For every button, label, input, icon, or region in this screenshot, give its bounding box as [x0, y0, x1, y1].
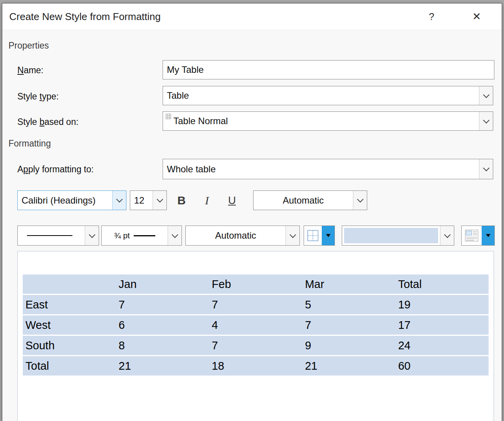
dialog-titlebar: Create New Style from Formatting ? ✕ [2, 3, 502, 30]
border-color-dropdown-button[interactable] [286, 226, 299, 245]
style-based-on-label: Style based on: [17, 117, 79, 127]
preview-cell: 9 [302, 336, 395, 355]
name-label: Name: [17, 65, 44, 76]
preview-row-label: West [23, 315, 116, 335]
chevron-down-icon [444, 231, 450, 238]
preview-row-label: South [23, 336, 116, 355]
chevron-down-icon [116, 196, 123, 203]
preview-cell: 21 [116, 356, 209, 376]
preview-cell: 60 [395, 356, 489, 376]
font-color-dropdown-button[interactable] [353, 191, 367, 210]
apply-formatting-dropdown-button[interactable] [479, 159, 493, 179]
preview-cell: 17 [395, 315, 489, 335]
italic-button[interactable]: I [196, 190, 218, 210]
preview-cell: 18 [209, 356, 302, 376]
preview-header-cell: Mar [302, 274, 395, 294]
line-weight-dropdown-button[interactable] [168, 226, 181, 245]
chevron-down-icon [89, 231, 95, 238]
style-based-on-value: Table Normal [173, 116, 228, 126]
italic-icon: I [205, 194, 209, 207]
line-style-sample [27, 235, 72, 236]
properties-section-label: Properties [8, 40, 49, 51]
borders-dropdown-button[interactable] [322, 226, 334, 245]
preview-header-cell: Feb [209, 274, 302, 294]
preview-cell: 8 [116, 336, 209, 355]
font-color-combo[interactable]: Automatic [253, 190, 367, 210]
chevron-down-icon [483, 91, 489, 98]
shading-swatch [344, 228, 438, 243]
create-style-dialog: Create New Style from Formatting ? ✕ Pro… [2, 3, 502, 421]
line-weight-sample [134, 235, 155, 236]
borders-button[interactable] [304, 226, 335, 246]
font-name-combo[interactable]: Calibri (Headings) [17, 190, 126, 210]
preview-cell: 7 [209, 295, 302, 314]
preview-header-cell: Total [395, 274, 489, 294]
line-weight-value: ¾ pt [114, 231, 130, 240]
preview-cell: 7 [116, 295, 209, 314]
style-type-value: Table [163, 86, 479, 105]
shading-combo[interactable] [342, 226, 454, 246]
help-icon: ? [429, 11, 434, 22]
border-color-combo[interactable]: Automatic [185, 226, 300, 246]
apply-formatting-to-label: Apply formatting to: [17, 164, 94, 175]
triangle-down-icon [326, 234, 331, 237]
chevron-down-icon [156, 196, 163, 203]
style-based-on-dropdown-button[interactable] [479, 112, 493, 130]
table-alignment-icon [465, 230, 478, 241]
border-line-style-combo[interactable] [17, 226, 99, 246]
line-style-dropdown-button[interactable] [85, 226, 99, 245]
shading-dropdown-button[interactable] [440, 226, 454, 245]
close-button[interactable]: ✕ [461, 3, 492, 30]
preview-row-label: East [23, 295, 116, 314]
style-name-input[interactable] [163, 60, 494, 79]
preview-cell: 7 [302, 315, 395, 335]
preview-panel: Jan Feb Mar Total East 7 7 5 19 West 6 4… [17, 251, 494, 421]
font-name-dropdown-button[interactable] [112, 191, 126, 210]
screen: { "dialog": { "title": "Create New Style… [0, 0, 504, 421]
apply-formatting-to-value: Whole table [163, 159, 479, 179]
chevron-down-icon [289, 231, 296, 238]
underline-icon: U [228, 194, 236, 207]
triangle-down-icon [486, 234, 491, 237]
preview-cell: 5 [302, 295, 395, 314]
preview-cell: 24 [395, 336, 489, 355]
bold-icon: B [177, 194, 186, 207]
font-size-combo[interactable]: 12 [130, 190, 167, 210]
chevron-down-icon [483, 165, 489, 172]
bold-button[interactable]: B [170, 190, 193, 210]
preview-row-label: Total [23, 356, 116, 376]
borders-grid-icon [307, 230, 319, 241]
style-based-on-combo[interactable]: Table Normal [163, 111, 493, 131]
style-type-dropdown-button[interactable] [479, 86, 493, 105]
formatting-section-label: Formatting [8, 138, 51, 149]
apply-formatting-to-combo[interactable]: Whole table [163, 159, 493, 179]
help-button[interactable]: ? [418, 3, 445, 30]
preview-header-cell [23, 274, 116, 294]
preview-cell: 4 [209, 315, 302, 335]
font-size-value: 12 [130, 191, 153, 210]
underline-button[interactable]: U [221, 190, 243, 210]
close-icon: ✕ [472, 10, 481, 23]
chevron-down-icon [483, 117, 489, 123]
font-name-value: Calibri (Headings) [18, 191, 112, 210]
border-line-weight-combo[interactable]: ¾ pt [101, 226, 182, 246]
preview-cell: 19 [395, 295, 489, 314]
style-type-label: Style type: [17, 91, 59, 102]
font-size-dropdown-button[interactable] [153, 191, 166, 210]
dialog-title: Create New Style from Formatting [9, 11, 161, 23]
table-style-icon [166, 114, 171, 119]
chevron-down-icon [171, 231, 178, 238]
style-type-combo[interactable]: Table [163, 86, 493, 105]
table-alignment-button[interactable] [461, 226, 495, 246]
table-alignment-dropdown-button[interactable] [482, 226, 494, 245]
preview-cell: 7 [209, 336, 302, 355]
preview-cell: 6 [116, 315, 209, 335]
preview-header-cell: Jan [116, 274, 209, 294]
preview-table: Jan Feb Mar Total East 7 7 5 19 West 6 4… [23, 274, 489, 376]
border-color-value: Automatic [186, 226, 286, 245]
font-color-value: Automatic [254, 191, 353, 210]
preview-cell: 21 [302, 356, 395, 376]
chevron-down-icon [357, 196, 363, 203]
